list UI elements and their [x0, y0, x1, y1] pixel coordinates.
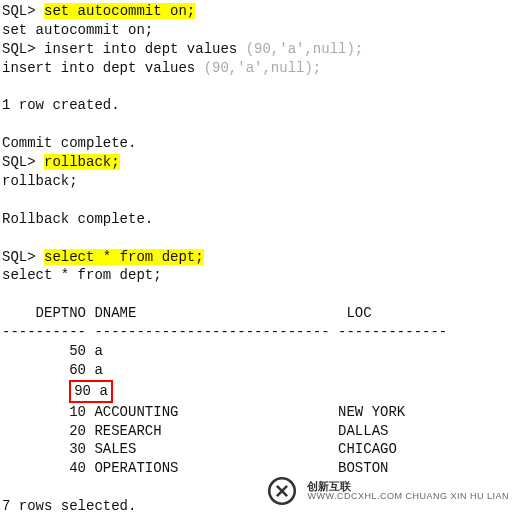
table-divider: ---------- ---------------------------- …	[2, 323, 513, 342]
result-line: Rollback complete.	[2, 210, 513, 229]
blank-line	[2, 78, 513, 97]
echo-line: rollback;	[2, 172, 513, 191]
table-row: 30 SALES CHICAGO	[2, 440, 513, 459]
prompt: SQL>	[2, 249, 44, 265]
echo-line: select * from dept;	[2, 266, 513, 285]
cmd-rollback: rollback;	[44, 154, 120, 170]
sql-line: SQL> select * from dept;	[2, 248, 513, 267]
blank-line	[2, 115, 513, 134]
result-line: Commit complete.	[2, 134, 513, 153]
watermark: 创新互联 WWW.CDCXHL.COM CHUANG XIN HU LIAN	[259, 472, 515, 510]
logo-icon	[265, 474, 299, 508]
args: (90,'a',null);	[246, 41, 364, 57]
prompt: SQL>	[2, 3, 44, 19]
sql-line: SQL> insert into dept values (90,'a',nul…	[2, 40, 513, 59]
blank-line	[2, 285, 513, 304]
text: SQL> insert into dept values	[2, 41, 246, 57]
highlighted-row: 90 a	[69, 380, 113, 403]
watermark-url: WWW.CDCXHL.COM CHUANG XIN HU LIAN	[307, 492, 509, 502]
sql-line: SQL> set autocommit on;	[2, 2, 513, 21]
echo-line: insert into dept values (90,'a',null);	[2, 59, 513, 78]
cmd-autocommit: set autocommit on;	[44, 3, 195, 19]
prompt: SQL>	[2, 154, 44, 170]
table-row: 90 a	[2, 380, 513, 403]
table-header: DEPTNO DNAME LOC	[2, 304, 513, 323]
echo-line: set autocommit on;	[2, 21, 513, 40]
sql-line: SQL> rollback;	[2, 153, 513, 172]
table-row: 50 a	[2, 342, 513, 361]
watermark-text: 创新互联 WWW.CDCXHL.COM CHUANG XIN HU LIAN	[307, 480, 509, 502]
result-line: 1 row created.	[2, 96, 513, 115]
cmd-select: select * from dept;	[44, 249, 204, 265]
pad	[2, 383, 69, 399]
args: (90,'a',null);	[204, 60, 322, 76]
table-row: 10 ACCOUNTING NEW YORK	[2, 403, 513, 422]
blank-line	[2, 191, 513, 210]
table-row: 60 a	[2, 361, 513, 380]
text: insert into dept values	[2, 60, 204, 76]
table-row: 20 RESEARCH DALLAS	[2, 422, 513, 441]
blank-line	[2, 229, 513, 248]
